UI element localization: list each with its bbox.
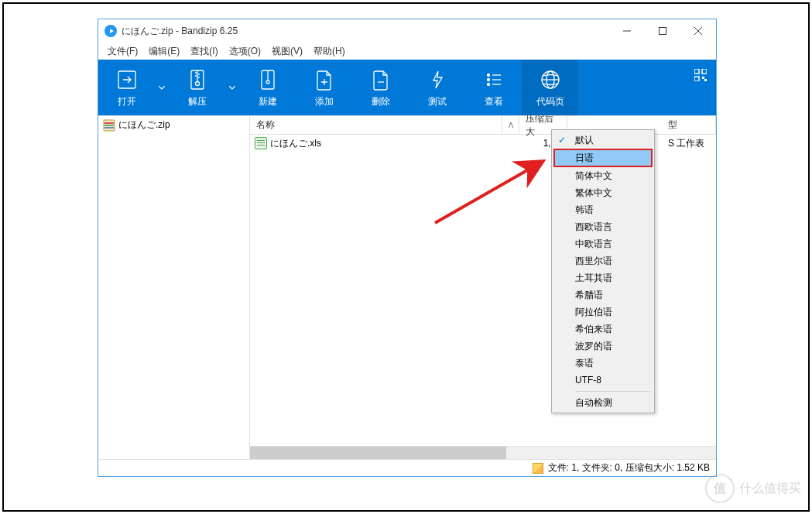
dd-hebrew[interactable]: 希伯来语 [553, 320, 653, 338]
check-icon: ✓ [558, 135, 566, 146]
dd-thai[interactable]: 泰语 [553, 355, 653, 372]
xls-icon [255, 137, 267, 149]
svg-point-10 [266, 81, 269, 84]
dd-arabic[interactable]: 阿拉伯语 [553, 303, 653, 320]
delete-icon [368, 67, 393, 92]
close-button[interactable] [680, 19, 716, 43]
archive-icon [103, 119, 115, 132]
new-label: 新建 [259, 95, 277, 108]
menu-options[interactable]: 选项(O) [224, 43, 266, 60]
svg-point-11 [487, 74, 489, 76]
new-button[interactable]: 新建 [239, 60, 296, 115]
window-title: にほんご.zip - Bandizip 6.25 [122, 25, 609, 38]
svg-rect-27 [104, 125, 114, 126]
svg-rect-20 [694, 69, 699, 74]
open-chevron[interactable] [155, 60, 169, 115]
codepage-button[interactable]: 代码页 [522, 60, 578, 115]
dd-korean[interactable]: 韩语 [553, 201, 653, 218]
svg-rect-24 [704, 79, 707, 81]
open-button[interactable]: 打开 [98, 60, 155, 115]
menu-help[interactable]: 帮助(H) [309, 43, 350, 60]
status-text: 文件: 1, 文件夹: 0, 压缩包大小: 1.52 KB [548, 461, 710, 475]
svg-point-7 [195, 81, 199, 85]
svg-rect-26 [104, 122, 114, 124]
dd-auto-detect[interactable]: 自动检测 [553, 394, 653, 411]
tree-root[interactable]: にほんご.zip [98, 116, 249, 134]
watermark-badge: 值 [705, 474, 735, 503]
new-icon [255, 67, 280, 92]
qr-icon[interactable] [685, 60, 716, 115]
menu-view[interactable]: 视图(V) [267, 43, 307, 60]
view-button[interactable]: 查看 [465, 60, 522, 115]
dropdown-separator [575, 391, 651, 392]
titlebar: にほんご.zip - Bandizip 6.25 [98, 19, 716, 43]
statusbar: 文件: 1, 文件夹: 0, 压缩包大小: 1.52 KB [98, 459, 716, 476]
view-icon [481, 67, 506, 92]
test-icon [425, 67, 450, 92]
maximize-button[interactable] [645, 19, 680, 43]
view-label: 查看 [485, 95, 503, 108]
menu-find[interactable]: 查找(I) [186, 43, 222, 60]
dd-greek[interactable]: 希腊语 [553, 286, 653, 303]
dd-simplified-chinese[interactable]: 简体中文 [553, 167, 653, 184]
dd-utf8[interactable]: UTF-8 [553, 372, 653, 389]
minimize-button[interactable] [609, 19, 645, 43]
dd-cyrillic[interactable]: 西里尔语 [553, 252, 653, 269]
extract-button[interactable]: 解压 [169, 60, 225, 115]
dd-turkish[interactable]: 土耳其语 [553, 269, 653, 286]
dd-japanese[interactable]: 日语 [553, 149, 653, 167]
window-controls [609, 19, 716, 43]
svg-rect-21 [702, 69, 707, 74]
svg-point-13 [487, 78, 489, 81]
delete-label: 删除 [372, 95, 390, 108]
dd-western-european[interactable]: 西欧语言 [553, 218, 653, 235]
svg-rect-28 [104, 127, 114, 128]
menu-edit[interactable]: 编辑(E) [144, 43, 184, 60]
toolbar: 打开 解压 新建 添加 [98, 60, 716, 115]
svg-rect-23 [702, 77, 704, 79]
file-name: にほんご.xls [270, 137, 502, 150]
scrollbar-thumb[interactable] [250, 447, 506, 459]
col-name[interactable]: 名称 [250, 116, 502, 134]
svg-point-15 [487, 83, 489, 85]
svg-rect-1 [660, 28, 666, 35]
test-button[interactable]: 测试 [409, 60, 465, 115]
col-sort-indicator[interactable]: ᐱ [502, 116, 519, 134]
codepage-label: 代码页 [536, 95, 564, 108]
test-label: 测试 [428, 95, 447, 108]
svg-rect-22 [694, 77, 699, 81]
add-icon [312, 67, 337, 92]
open-label: 打开 [118, 95, 136, 108]
tree-root-label: にほんご.zip [118, 118, 170, 132]
add-button[interactable]: 添加 [296, 60, 352, 115]
add-label: 添加 [315, 95, 334, 108]
dd-default[interactable]: ✓ 默认 [553, 132, 653, 149]
menubar: 文件(F) 编辑(E) 查找(I) 选项(O) 视图(V) 帮助(H) [98, 43, 716, 60]
dd-baltic[interactable]: 波罗的语 [553, 338, 653, 355]
extract-chevron[interactable] [225, 60, 239, 115]
codepage-icon [538, 67, 563, 92]
menu-file[interactable]: 文件(F) [103, 43, 142, 60]
extract-label: 解压 [188, 95, 207, 108]
dd-traditional-chinese[interactable]: 繁体中文 [553, 184, 653, 201]
app-icon [104, 25, 117, 37]
extract-icon [185, 67, 210, 92]
horizontal-scrollbar[interactable] [250, 446, 716, 459]
status-icon [533, 463, 543, 474]
watermark: 值 什么值得买 [705, 474, 801, 503]
open-icon [115, 67, 139, 92]
sidebar: にほんご.zip [98, 116, 250, 459]
codepage-dropdown: ✓ 默认 日语 简体中文 繁体中文 韩语 西欧语言 中欧语言 西里尔语 土耳其语… [551, 129, 655, 413]
delete-button[interactable]: 删除 [352, 60, 409, 115]
dd-central-european[interactable]: 中欧语言 [553, 235, 653, 252]
watermark-text: 什么值得买 [739, 481, 801, 497]
